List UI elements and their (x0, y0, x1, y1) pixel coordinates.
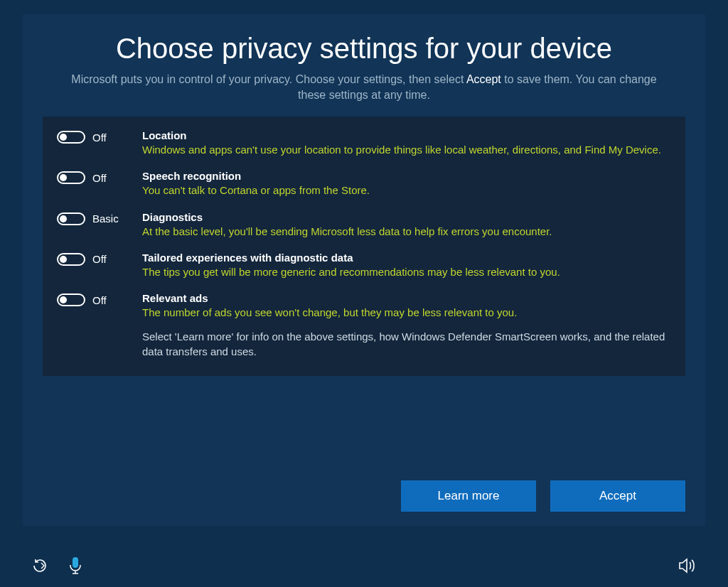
toggle-ads[interactable] (57, 294, 85, 306)
setting-desc: Windows and apps can't use your location… (142, 143, 671, 157)
toggle-label: Off (92, 172, 107, 184)
setting-row-diagnostics: Basic Diagnostics At the basic level, yo… (57, 211, 671, 239)
setting-title: Tailored experiences with diagnostic dat… (142, 252, 671, 264)
subtitle-before: Microsoft puts you in control of your pr… (71, 73, 466, 85)
privacy-panel: Choose privacy settings for your device … (23, 14, 705, 526)
setting-desc: At the basic level, you'll be sending Mi… (142, 225, 671, 239)
toggle-label: Off (92, 131, 107, 144)
setting-row-tailored: Off Tailored experiences with diagnostic… (57, 252, 671, 279)
setting-row-ads: Off Relevant ads The number of ads you s… (57, 292, 671, 320)
setting-row-location: Off Location Windows and apps can't use … (57, 129, 671, 157)
toggle-label: Off (92, 294, 107, 306)
page-subtitle: Microsoft puts you in control of your pr… (65, 72, 663, 102)
volume-icon[interactable] (678, 557, 697, 574)
setting-title: Location (142, 129, 671, 141)
toggle-label: Off (92, 253, 107, 265)
setting-title: Diagnostics (142, 211, 671, 223)
svg-rect-0 (73, 557, 78, 568)
footer-bar (0, 544, 728, 587)
setting-desc: The number of ads you see won't change, … (142, 306, 671, 320)
toggle-speech[interactable] (57, 171, 85, 184)
toggle-tailored[interactable] (57, 253, 85, 266)
settings-footnote: Select 'Learn more' for info on the abov… (142, 330, 671, 359)
toggle-label: Basic (92, 212, 119, 225)
setting-desc: You can't talk to Cortana or apps from t… (142, 183, 671, 198)
page-title: Choose privacy settings for your device (23, 33, 705, 65)
setting-title: Relevant ads (142, 292, 671, 304)
setting-desc: The tips you get will be more generic an… (142, 265, 671, 279)
setting-title: Speech recognition (142, 170, 671, 182)
ease-of-access-icon[interactable] (31, 557, 48, 574)
learn-more-button[interactable]: Learn more (401, 480, 536, 512)
button-row: Learn more Accept (401, 480, 685, 512)
toggle-diagnostics[interactable] (57, 212, 85, 225)
setting-row-speech: Off Speech recognition You can't talk to… (57, 170, 671, 198)
accept-button[interactable]: Accept (550, 480, 685, 512)
microphone-icon[interactable] (68, 556, 82, 575)
subtitle-accent: Accept (466, 73, 501, 85)
toggle-location[interactable] (57, 131, 85, 144)
settings-box: Off Location Windows and apps can't use … (43, 117, 685, 376)
